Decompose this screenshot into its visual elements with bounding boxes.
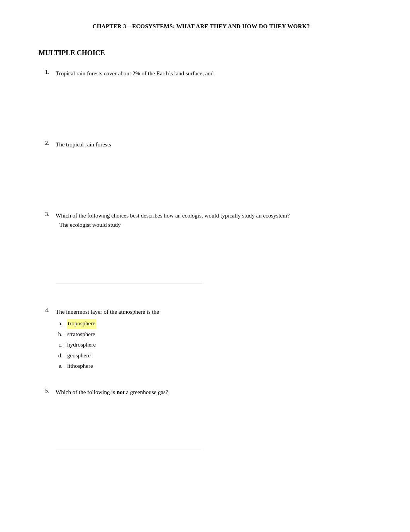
section-title: MULTIPLE CHOICE: [39, 49, 364, 57]
choice-4a: a. troposphere: [56, 319, 364, 329]
question-5: 5. Which of the following is not a green…: [39, 388, 364, 459]
choice-4b: b. stratosphere: [56, 330, 364, 340]
question-2-text: The tropical rain forests: [56, 140, 364, 195]
question-5-number: 5.: [39, 388, 49, 459]
question-2-number: 2.: [39, 140, 49, 195]
question-3-text: Which of the following choices best desc…: [56, 211, 364, 292]
question-2: 2. The tropical rain forests: [39, 140, 364, 195]
question-4-choices: a. troposphere b. stratosphere c. hydros…: [56, 319, 364, 371]
choice-4c: c. hydrosphere: [56, 340, 364, 350]
question-1-text: Tropical rain forests cover about 2% of …: [56, 69, 364, 124]
question-1: 1. Tropical rain forests cover about 2% …: [39, 69, 364, 124]
question-4-number: 4.: [39, 307, 49, 372]
question-3: 3. Which of the following choices best d…: [39, 211, 364, 292]
choice-4e: e. lithosphere: [56, 361, 364, 371]
question-4-text: The innermost layer of the atmosphere is…: [56, 307, 364, 372]
choice-4d: d. geosphere: [56, 351, 364, 361]
question-1-number: 1.: [39, 69, 49, 124]
question-3-number: 3.: [39, 211, 49, 292]
question-5-text: Which of the following is not a greenhou…: [56, 388, 364, 459]
question-4: 4. The innermost layer of the atmosphere…: [39, 307, 364, 372]
chapter-title: CHAPTER 3—ECOSYSTEMS: WHAT ARE THEY AND …: [39, 23, 364, 30]
